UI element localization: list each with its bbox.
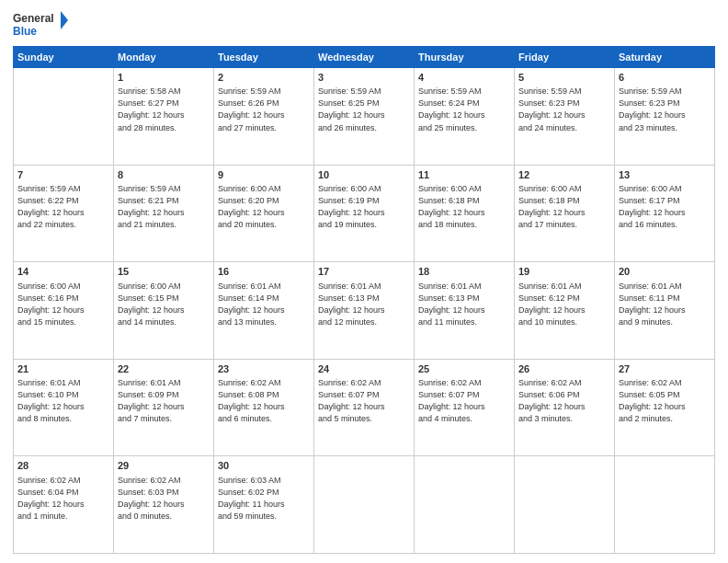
day-cell bbox=[314, 456, 415, 554]
day-info: Sunrise: 6:02 AM Sunset: 6:07 PM Dayligh… bbox=[318, 377, 410, 425]
day-number: 26 bbox=[518, 362, 610, 376]
week-row-3: 14Sunrise: 6:00 AM Sunset: 6:16 PM Dayli… bbox=[14, 262, 715, 360]
day-number: 11 bbox=[418, 168, 510, 182]
logo: General Blue bbox=[13, 9, 68, 40]
day-cell: 4Sunrise: 5:59 AM Sunset: 6:24 PM Daylig… bbox=[415, 68, 515, 166]
week-row-1: 1Sunrise: 5:58 AM Sunset: 6:27 PM Daylig… bbox=[14, 68, 715, 166]
day-number: 15 bbox=[118, 265, 210, 279]
day-info: Sunrise: 6:01 AM Sunset: 6:13 PM Dayligh… bbox=[318, 281, 410, 328]
day-cell: 10Sunrise: 6:00 AM Sunset: 6:19 PM Dayli… bbox=[314, 165, 415, 262]
day-cell: 22Sunrise: 6:01 AM Sunset: 6:09 PM Dayli… bbox=[114, 359, 214, 456]
col-header-tuesday: Tuesday bbox=[214, 47, 314, 68]
day-number: 29 bbox=[118, 459, 210, 473]
day-number: 21 bbox=[17, 362, 109, 376]
day-info: Sunrise: 6:01 AM Sunset: 6:12 PM Dayligh… bbox=[518, 281, 610, 328]
day-info: Sunrise: 5:59 AM Sunset: 6:24 PM Dayligh… bbox=[418, 86, 510, 133]
day-cell: 2Sunrise: 5:59 AM Sunset: 6:26 PM Daylig… bbox=[214, 68, 314, 166]
day-cell: 15Sunrise: 6:00 AM Sunset: 6:15 PM Dayli… bbox=[114, 262, 214, 360]
day-cell: 8Sunrise: 5:59 AM Sunset: 6:21 PM Daylig… bbox=[114, 165, 214, 262]
day-cell bbox=[615, 456, 715, 554]
day-number: 28 bbox=[17, 459, 109, 473]
day-info: Sunrise: 6:02 AM Sunset: 6:07 PM Dayligh… bbox=[418, 377, 510, 425]
day-cell: 14Sunrise: 6:00 AM Sunset: 6:16 PM Dayli… bbox=[14, 262, 114, 360]
day-cell: 30Sunrise: 6:03 AM Sunset: 6:02 PM Dayli… bbox=[214, 456, 314, 554]
day-info: Sunrise: 6:00 AM Sunset: 6:17 PM Dayligh… bbox=[619, 183, 711, 231]
day-info: Sunrise: 6:02 AM Sunset: 6:04 PM Dayligh… bbox=[17, 475, 109, 523]
day-number: 9 bbox=[218, 168, 310, 182]
day-number: 4 bbox=[418, 71, 510, 85]
day-number: 23 bbox=[218, 362, 310, 376]
svg-text:Blue: Blue bbox=[13, 25, 37, 38]
day-info: Sunrise: 6:02 AM Sunset: 6:08 PM Dayligh… bbox=[218, 377, 310, 425]
day-number: 5 bbox=[518, 71, 610, 85]
day-number: 18 bbox=[418, 265, 510, 279]
calendar-table: SundayMondayTuesdayWednesdayThursdayFrid… bbox=[13, 46, 715, 554]
day-cell: 21Sunrise: 6:01 AM Sunset: 6:10 PM Dayli… bbox=[14, 359, 114, 456]
day-info: Sunrise: 6:02 AM Sunset: 6:03 PM Dayligh… bbox=[118, 475, 210, 523]
day-number: 22 bbox=[118, 362, 210, 376]
day-number: 19 bbox=[518, 265, 610, 279]
day-number: 7 bbox=[17, 168, 109, 182]
day-number: 24 bbox=[318, 362, 410, 376]
week-row-5: 28Sunrise: 6:02 AM Sunset: 6:04 PM Dayli… bbox=[14, 456, 715, 554]
day-info: Sunrise: 5:59 AM Sunset: 6:21 PM Dayligh… bbox=[118, 183, 210, 231]
day-cell: 7Sunrise: 5:59 AM Sunset: 6:22 PM Daylig… bbox=[14, 165, 114, 262]
col-header-saturday: Saturday bbox=[615, 47, 715, 68]
day-cell: 5Sunrise: 5:59 AM Sunset: 6:23 PM Daylig… bbox=[515, 68, 615, 166]
day-number: 2 bbox=[218, 71, 310, 85]
week-row-2: 7Sunrise: 5:59 AM Sunset: 6:22 PM Daylig… bbox=[14, 165, 715, 262]
day-number: 3 bbox=[318, 71, 410, 85]
day-cell bbox=[14, 68, 114, 166]
day-info: Sunrise: 5:58 AM Sunset: 6:27 PM Dayligh… bbox=[118, 86, 210, 133]
day-info: Sunrise: 6:00 AM Sunset: 6:15 PM Dayligh… bbox=[118, 281, 210, 328]
day-cell: 20Sunrise: 6:01 AM Sunset: 6:11 PM Dayli… bbox=[615, 262, 715, 360]
day-number: 12 bbox=[518, 168, 610, 182]
day-cell: 26Sunrise: 6:02 AM Sunset: 6:06 PM Dayli… bbox=[515, 359, 615, 456]
day-info: Sunrise: 6:00 AM Sunset: 6:18 PM Dayligh… bbox=[418, 183, 510, 231]
day-info: Sunrise: 6:00 AM Sunset: 6:18 PM Dayligh… bbox=[518, 183, 610, 231]
day-number: 20 bbox=[619, 265, 711, 279]
day-info: Sunrise: 5:59 AM Sunset: 6:22 PM Dayligh… bbox=[17, 183, 109, 231]
day-cell bbox=[515, 456, 615, 554]
day-cell: 18Sunrise: 6:01 AM Sunset: 6:13 PM Dayli… bbox=[415, 262, 515, 360]
svg-text:General: General bbox=[13, 12, 54, 25]
day-cell: 1Sunrise: 5:58 AM Sunset: 6:27 PM Daylig… bbox=[114, 68, 214, 166]
day-info: Sunrise: 5:59 AM Sunset: 6:23 PM Dayligh… bbox=[619, 86, 711, 133]
day-info: Sunrise: 5:59 AM Sunset: 6:23 PM Dayligh… bbox=[518, 86, 610, 133]
day-number: 1 bbox=[118, 71, 210, 85]
day-cell: 25Sunrise: 6:02 AM Sunset: 6:07 PM Dayli… bbox=[415, 359, 515, 456]
day-cell: 9Sunrise: 6:00 AM Sunset: 6:20 PM Daylig… bbox=[214, 165, 314, 262]
day-info: Sunrise: 6:01 AM Sunset: 6:10 PM Dayligh… bbox=[17, 377, 109, 425]
day-number: 14 bbox=[17, 265, 109, 279]
day-number: 17 bbox=[318, 265, 410, 279]
col-header-wednesday: Wednesday bbox=[314, 47, 415, 68]
day-cell: 3Sunrise: 5:59 AM Sunset: 6:25 PM Daylig… bbox=[314, 68, 415, 166]
day-info: Sunrise: 6:00 AM Sunset: 6:19 PM Dayligh… bbox=[318, 183, 410, 231]
day-number: 10 bbox=[318, 168, 410, 182]
day-cell: 28Sunrise: 6:02 AM Sunset: 6:04 PM Dayli… bbox=[14, 456, 114, 554]
day-info: Sunrise: 6:01 AM Sunset: 6:11 PM Dayligh… bbox=[619, 281, 711, 328]
page: General Blue SundayMondayTuesdayWednesda… bbox=[0, 0, 728, 563]
day-info: Sunrise: 6:03 AM Sunset: 6:02 PM Dayligh… bbox=[218, 475, 310, 523]
day-info: Sunrise: 6:01 AM Sunset: 6:09 PM Dayligh… bbox=[118, 377, 210, 425]
header-row: SundayMondayTuesdayWednesdayThursdayFrid… bbox=[14, 47, 715, 68]
day-cell: 17Sunrise: 6:01 AM Sunset: 6:13 PM Dayli… bbox=[314, 262, 415, 360]
day-cell: 16Sunrise: 6:01 AM Sunset: 6:14 PM Dayli… bbox=[214, 262, 314, 360]
day-number: 27 bbox=[619, 362, 711, 376]
day-info: Sunrise: 6:02 AM Sunset: 6:05 PM Dayligh… bbox=[619, 377, 711, 425]
day-number: 30 bbox=[218, 459, 310, 473]
day-info: Sunrise: 6:01 AM Sunset: 6:13 PM Dayligh… bbox=[418, 281, 510, 328]
col-header-thursday: Thursday bbox=[415, 47, 515, 68]
day-cell: 11Sunrise: 6:00 AM Sunset: 6:18 PM Dayli… bbox=[415, 165, 515, 262]
day-number: 25 bbox=[418, 362, 510, 376]
day-info: Sunrise: 6:02 AM Sunset: 6:06 PM Dayligh… bbox=[518, 377, 610, 425]
day-cell: 19Sunrise: 6:01 AM Sunset: 6:12 PM Dayli… bbox=[515, 262, 615, 360]
day-cell: 6Sunrise: 5:59 AM Sunset: 6:23 PM Daylig… bbox=[615, 68, 715, 166]
day-number: 13 bbox=[619, 168, 711, 182]
day-number: 8 bbox=[118, 168, 210, 182]
day-cell bbox=[415, 456, 515, 554]
day-cell: 12Sunrise: 6:00 AM Sunset: 6:18 PM Dayli… bbox=[515, 165, 615, 262]
day-cell: 27Sunrise: 6:02 AM Sunset: 6:05 PM Dayli… bbox=[615, 359, 715, 456]
day-info: Sunrise: 6:00 AM Sunset: 6:16 PM Dayligh… bbox=[17, 281, 109, 328]
day-info: Sunrise: 6:01 AM Sunset: 6:14 PM Dayligh… bbox=[218, 281, 310, 328]
